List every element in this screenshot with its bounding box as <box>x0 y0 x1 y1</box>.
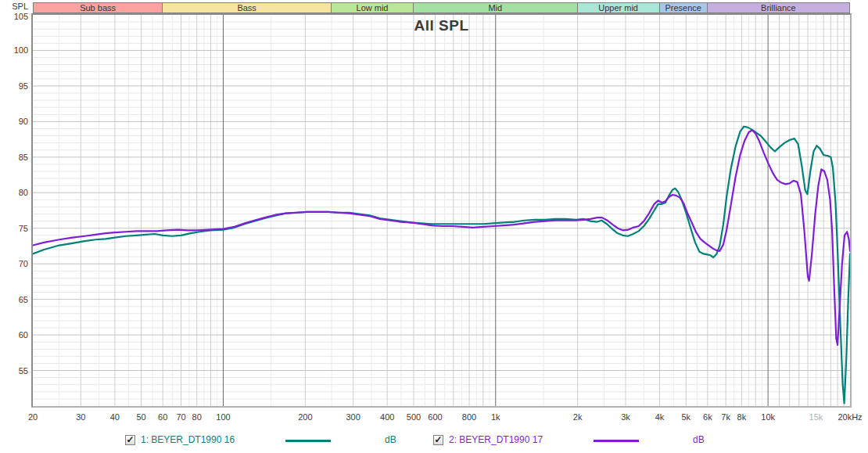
y-tick-label: 85 <box>3 153 28 162</box>
y-tick-label: 65 <box>3 295 28 304</box>
y-tick-label: 90 <box>3 117 28 126</box>
x-tick-label: 50 <box>136 412 145 422</box>
x-tick-label: 20kHz <box>838 412 862 422</box>
band-presence: Presence <box>660 2 708 13</box>
x-tick-label: 200 <box>298 412 312 422</box>
x-tick-label: 30 <box>76 412 85 422</box>
x-tick-label: 15k <box>809 412 823 422</box>
plot-canvas <box>33 15 850 406</box>
y-tick-label: 60 <box>3 330 28 340</box>
measurement-2-line-swatch <box>594 440 639 442</box>
x-tick-label: 70 <box>176 412 185 422</box>
measurement-1-label[interactable]: 1: BEYER_DT1990 16 <box>141 434 235 445</box>
y-tick-label: 70 <box>3 259 28 268</box>
x-tick-label: 80 <box>192 412 202 422</box>
chart-title: All SPL <box>33 17 850 34</box>
band-bass: Bass <box>163 2 332 13</box>
x-tick-label: 500 <box>407 412 421 422</box>
x-tick-label: 60 <box>158 412 167 422</box>
x-tick-label: 400 <box>380 412 394 422</box>
x-tick-label: 100 <box>216 412 230 422</box>
plot-area <box>31 13 852 408</box>
x-tick-label: 800 <box>462 412 476 422</box>
measurement-2-checkbox[interactable]: ✓ <box>433 435 443 445</box>
x-tick-label: 600 <box>428 412 442 422</box>
rew-all-spl-window: SPL Sub bassBassLow midMidUpper midPrese… <box>0 0 868 453</box>
y-tick-label: 75 <box>3 224 28 233</box>
x-tick-label: 20 <box>28 412 38 422</box>
x-tick-label: 2k <box>573 412 583 422</box>
measurement-1-checkbox[interactable]: ✓ <box>125 435 135 445</box>
x-tick-label: 5k <box>681 412 690 422</box>
band-upper-mid: Upper mid <box>578 2 660 13</box>
x-tick-label: 40 <box>110 412 120 422</box>
x-tick-label: 1k <box>491 412 500 422</box>
measurement-1-line-swatch <box>285 440 331 442</box>
series-line-1 <box>33 127 850 404</box>
series-line-2 <box>33 130 850 345</box>
y-tick-label: 105 <box>3 12 28 21</box>
band-sub-bass: Sub bass <box>33 2 163 13</box>
y-tick-label: 95 <box>3 81 28 91</box>
x-tick-label: 10k <box>761 412 775 422</box>
x-tick-label: 7k <box>721 412 730 422</box>
y-tick-label: 80 <box>3 188 28 197</box>
x-tick-label: 300 <box>346 412 360 422</box>
band-low-mid: Low mid <box>332 2 414 13</box>
x-tick-label: 6k <box>703 412 712 422</box>
x-tick-label: 4k <box>655 412 665 422</box>
measurement-1-unit: dB <box>385 434 396 445</box>
y-tick-label: 55 <box>3 366 28 376</box>
y-axis-name: SPL <box>3 2 28 11</box>
band-mid: Mid <box>414 2 578 13</box>
y-tick-label: 100 <box>3 45 28 55</box>
band-brilliance: Brilliance <box>708 2 850 13</box>
x-tick-label: 8k <box>737 412 747 422</box>
x-tick-label: 3k <box>621 412 630 422</box>
measurement-2-label[interactable]: 2: BEYER_DT1990 17 <box>449 434 543 445</box>
measurement-2-unit: dB <box>693 434 705 445</box>
